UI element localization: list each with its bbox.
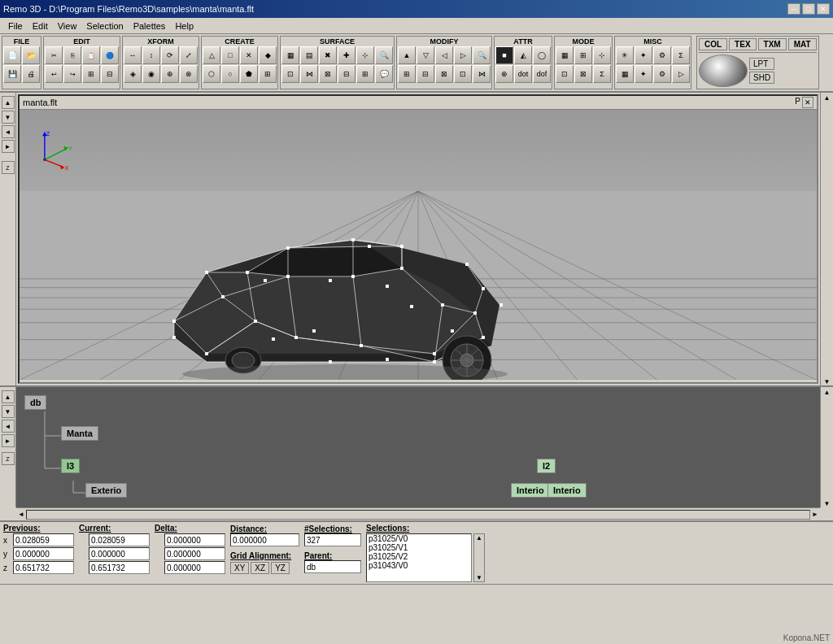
- grid-xy-btn[interactable]: XY: [230, 562, 249, 574]
- modify-btn10[interactable]: ⋈: [473, 65, 491, 83]
- file-save-btn[interactable]: 💾: [3, 65, 21, 83]
- menu-edit[interactable]: Edit: [28, 20, 53, 33]
- create-btn7[interactable]: ⬟: [240, 65, 258, 83]
- curr-y-field[interactable]: [89, 547, 150, 560]
- surface-btn3[interactable]: ✖: [319, 46, 337, 64]
- hier-node-manta[interactable]: Manta: [61, 426, 98, 441]
- curr-z-field[interactable]: [89, 561, 150, 574]
- lpt-btn[interactable]: LPT: [749, 58, 774, 70]
- surface-btn12[interactable]: 💬: [375, 65, 393, 83]
- prev-x-field[interactable]: [13, 533, 74, 546]
- create-btn8[interactable]: ⊞: [259, 65, 277, 83]
- misc-btn4[interactable]: Σ: [672, 46, 690, 64]
- grid-yz-btn[interactable]: YZ: [271, 562, 290, 574]
- hier-hscroll-right[interactable]: ►: [810, 511, 820, 518]
- create-btn5[interactable]: ⬡: [203, 65, 220, 83]
- attr-btn4[interactable]: ⊕: [495, 65, 513, 83]
- misc-btn1[interactable]: ✳: [616, 46, 634, 64]
- mode-btn3[interactable]: ⊹: [593, 46, 611, 64]
- hier-vscroll-down[interactable]: ▼: [824, 500, 831, 507]
- scroll-up-btn[interactable]: ▲: [2, 96, 15, 109]
- hier-hscroll-left[interactable]: ◄: [16, 511, 26, 518]
- edit-btn6[interactable]: ⊟: [101, 65, 119, 83]
- close-button[interactable]: ✕: [817, 3, 830, 15]
- viewport-vscroll[interactable]: ▲ ▼: [820, 93, 833, 385]
- hier-node-interio2[interactable]: Interio: [547, 483, 587, 498]
- hier-down-btn[interactable]: ▼: [2, 405, 15, 418]
- menu-help[interactable]: Help: [170, 20, 198, 33]
- scroll-left-btn[interactable]: ◄: [2, 125, 15, 138]
- attr-btn1[interactable]: ■: [495, 46, 513, 64]
- hier-vscroll-up[interactable]: ▲: [824, 389, 831, 396]
- edit-redo[interactable]: ↪: [63, 65, 81, 83]
- create-btn2[interactable]: □: [221, 46, 239, 64]
- hier-left-btn[interactable]: ◄: [2, 420, 15, 433]
- xform-btn4[interactable]: ⤢: [180, 46, 198, 64]
- surface-btn11[interactable]: ⊞: [356, 65, 374, 83]
- edit-btn1[interactable]: ✂: [45, 46, 63, 64]
- xform-btn8[interactable]: ⊗: [180, 65, 198, 83]
- nselections-field[interactable]: [304, 533, 361, 546]
- tex-tab[interactable]: TEX: [729, 38, 756, 50]
- misc-btn7[interactable]: ⚙: [653, 65, 671, 83]
- mode-btn2[interactable]: ⊞: [574, 46, 592, 64]
- delta-y-field[interactable]: [164, 547, 225, 560]
- surface-btn4[interactable]: ✚: [338, 46, 355, 64]
- surface-btn1[interactable]: ▦: [281, 46, 299, 64]
- surface-btn7[interactable]: ⊡: [281, 65, 299, 83]
- scroll-right-btn[interactable]: ►: [2, 140, 15, 153]
- minimize-button[interactable]: ─: [787, 3, 800, 15]
- delta-z-field[interactable]: [164, 561, 225, 574]
- create-btn1[interactable]: △: [203, 46, 220, 64]
- prev-z-field[interactable]: [13, 561, 74, 574]
- xform-btn6[interactable]: ◉: [142, 65, 160, 83]
- hier-node-db[interactable]: db: [24, 395, 46, 410]
- menu-file[interactable]: File: [3, 20, 28, 33]
- edit-btn3[interactable]: 📋: [82, 46, 100, 64]
- parent-field[interactable]: [304, 560, 361, 573]
- mode-btn1[interactable]: ▦: [556, 46, 574, 64]
- menu-selection[interactable]: Selection: [81, 20, 128, 33]
- xform-btn5[interactable]: ◈: [124, 65, 142, 83]
- xform-btn1[interactable]: ↔: [124, 46, 142, 64]
- hier-node-i2[interactable]: l2: [537, 459, 556, 473]
- menu-view[interactable]: View: [53, 20, 82, 33]
- file-open-btn[interactable]: 📂: [22, 46, 40, 64]
- modify-btn7[interactable]: ⊟: [416, 65, 434, 83]
- delta-x-field[interactable]: [164, 533, 225, 546]
- surface-btn2[interactable]: ▤: [300, 46, 318, 64]
- attr-btn2[interactable]: ◭: [514, 46, 532, 64]
- vscroll-down[interactable]: ▼: [824, 378, 831, 385]
- sel-scroll-down[interactable]: ▼: [474, 574, 484, 581]
- shd-btn[interactable]: SHD: [749, 72, 774, 84]
- modify-btn9[interactable]: ⊡: [454, 65, 472, 83]
- surface-btn10[interactable]: ⊟: [338, 65, 355, 83]
- modify-btn1[interactable]: ▲: [398, 46, 416, 64]
- misc-btn5[interactable]: ▦: [616, 65, 634, 83]
- distance-field[interactable]: [230, 533, 299, 546]
- sel-scroll-up[interactable]: ▲: [474, 534, 484, 542]
- viewport-canvas[interactable]: Z Y X: [20, 110, 817, 380]
- file-print-btn[interactable]: 🖨: [22, 65, 40, 83]
- hier-node-interio1[interactable]: Interio: [511, 483, 550, 498]
- create-btn3[interactable]: ✕: [240, 46, 258, 64]
- viewport-close-btn[interactable]: ✕: [802, 97, 813, 108]
- prev-y-field[interactable]: [13, 547, 74, 560]
- mode-btn4[interactable]: ⊡: [556, 65, 574, 83]
- edit-undo[interactable]: ↩: [45, 65, 63, 83]
- edit-btn5[interactable]: ⊞: [82, 65, 100, 83]
- xform-btn7[interactable]: ⊕: [161, 65, 179, 83]
- selections-scroll[interactable]: ▲ ▼: [473, 533, 485, 582]
- scroll-down-btn[interactable]: ▼: [2, 111, 15, 124]
- attr-btn6[interactable]: dof: [533, 65, 551, 83]
- selections-list[interactable]: p31025/V0 p31025/V1 p31025/V2 p31043/V0: [366, 533, 472, 582]
- modify-btn4[interactable]: ▷: [454, 46, 472, 64]
- hier-node-i3[interactable]: l3: [61, 459, 80, 473]
- misc-btn2[interactable]: ✦: [635, 46, 652, 64]
- mode-btn6[interactable]: Σ: [593, 65, 611, 83]
- attr-btn3[interactable]: ◯: [533, 46, 551, 64]
- misc-btn8[interactable]: ▷: [672, 65, 690, 83]
- zoom-z-btn[interactable]: Z: [2, 161, 15, 174]
- hier-up-btn[interactable]: ▲: [2, 390, 15, 403]
- edit-btn2[interactable]: ⎘: [63, 46, 81, 64]
